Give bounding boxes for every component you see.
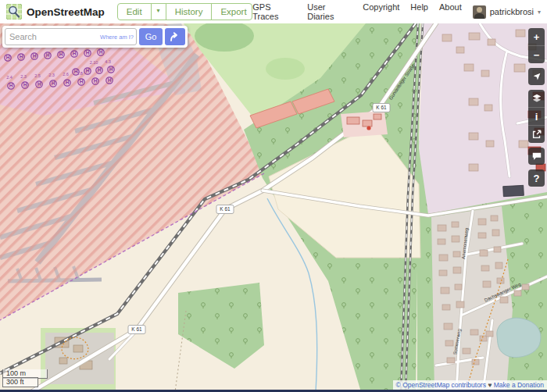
user-name: patrickbrosi (490, 7, 534, 16)
svg-text:H: H (99, 49, 103, 55)
search-go-button[interactable]: Go (139, 28, 163, 45)
user-menu[interactable]: patrickbrosi ▾ (473, 5, 541, 19)
svg-text:H: H (59, 52, 63, 57)
svg-text:H: H (109, 66, 113, 72)
scale-control: 100 m 300 ft (2, 369, 48, 388)
link-user-diaries[interactable]: User Diaries (307, 2, 352, 21)
svg-text:H: H (98, 67, 102, 73)
edit-dropdown-caret-icon[interactable]: ▾ (152, 4, 166, 20)
scale-imperial: 300 ft (2, 377, 38, 387)
svg-text:4.3: 4.3 (105, 59, 111, 64)
zoom-out-button[interactable]: − (528, 45, 545, 63)
brand-title: OpenStreetMap (27, 6, 105, 18)
layers-button[interactable] (528, 90, 545, 107)
svg-text:H: H (33, 53, 37, 59)
svg-text:H: H (6, 55, 10, 60)
svg-text:2.5: 2.5 (34, 73, 41, 78)
svg-text:K 61: K 61 (131, 326, 142, 332)
dark-building (503, 185, 524, 196)
pond (497, 318, 541, 357)
link-help[interactable]: Help (410, 2, 428, 21)
svg-text:H: H (108, 77, 112, 83)
svg-text:2.10: 2.10 (90, 60, 98, 65)
link-gps-traces[interactable]: GPS Traces (252, 2, 296, 21)
share-icon (531, 129, 542, 140)
osm-logo-icon (6, 4, 22, 20)
svg-text:H: H (20, 54, 23, 59)
svg-text:2.8: 2.8 (77, 71, 83, 76)
svg-text:K 61: K 61 (220, 206, 231, 212)
locate-button[interactable] (528, 68, 545, 85)
stable-compound (341, 111, 388, 137)
svg-text:2.3: 2.3 (48, 73, 55, 77)
edit-history-export-group: Edit ▾ History Export (117, 3, 253, 20)
svg-text:H: H (23, 82, 27, 87)
svg-text:H: H (46, 52, 50, 58)
donate-link[interactable]: Make a Donation (494, 381, 544, 389)
export-button[interactable]: Export (212, 4, 252, 20)
help-button[interactable]: ? (528, 169, 545, 187)
link-about[interactable]: About (439, 2, 462, 21)
directions-arrow-icon (169, 30, 181, 43)
svg-text:H: H (86, 68, 90, 73)
user-avatar (473, 5, 486, 19)
svg-text:H: H (52, 80, 55, 86)
map-canvas[interactable]: HH HH HH HH HH HH HH HH HH HH 2.4 2.3 2.… (0, 23, 547, 392)
poi-marker (366, 126, 370, 130)
search-panel: Where am I? Go (2, 26, 188, 48)
svg-text:K 61: K 61 (376, 105, 387, 110)
svg-text:H: H (73, 51, 77, 56)
svg-text:2.3: 2.3 (20, 74, 27, 79)
layers-icon (531, 93, 542, 104)
history-button[interactable]: History (166, 4, 213, 20)
svg-text:2.4: 2.4 (6, 75, 13, 80)
map-key-button[interactable]: i (528, 107, 545, 125)
user-dropdown-caret-icon: ▾ (538, 9, 541, 16)
header-links: GPS Traces User Diaries Copyright Help A… (252, 2, 461, 21)
top-navbar: OpenStreetMap Edit ▾ History Export GPS … (0, 0, 547, 23)
attribution-bar: © OpenStreetMap contributors ♥ Make a Do… (393, 380, 547, 390)
copyright-link[interactable]: © OpenStreetMap contributors (396, 381, 486, 389)
add-note-button[interactable] (528, 148, 545, 165)
share-button[interactable] (528, 125, 545, 143)
svg-text:H: H (38, 81, 41, 87)
speech-bubble-icon (531, 151, 542, 162)
svg-text:H: H (94, 78, 98, 84)
svg-text:H: H (9, 83, 13, 88)
osm-brand[interactable]: OpenStreetMap (6, 4, 105, 20)
heart-icon: ♥ (488, 381, 492, 389)
map-controls: + − i ? (528, 28, 545, 191)
where-am-i-link[interactable]: Where am I? (100, 34, 134, 41)
zoom-in-button[interactable]: + (528, 28, 545, 45)
directions-button[interactable] (165, 28, 185, 45)
svg-text:2.6: 2.6 (63, 72, 69, 77)
svg-text:H: H (66, 80, 70, 85)
svg-text:H: H (80, 79, 84, 84)
navigation-arrow-icon (531, 71, 542, 82)
edit-button[interactable]: Edit (118, 4, 152, 20)
link-copyright[interactable]: Copyright (363, 2, 399, 21)
svg-text:H: H (86, 50, 90, 55)
